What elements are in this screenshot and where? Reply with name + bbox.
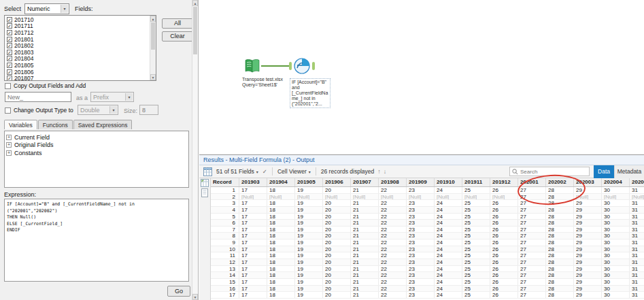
table-row[interactable]: 3171819202122232425262728293031	[211, 200, 644, 207]
table-row[interactable]: 8171819202122232425262728293031	[211, 233, 644, 239]
arrow-down-icon[interactable]: ↓	[384, 168, 387, 175]
name-style-select[interactable]: Prefix ▾	[90, 92, 134, 102]
tool-connection-line[interactable]	[261, 65, 291, 67]
field-list-scrollbar[interactable]: ▲ ▼	[150, 16, 156, 80]
metadata-view-button[interactable]: Metadata	[614, 165, 644, 178]
table-row[interactable]: 5171819202122232425262728293031	[211, 214, 644, 220]
column-header[interactable]: 202003	[574, 178, 602, 186]
tab-saved-expressions[interactable]: Saved Expressions	[73, 120, 133, 129]
checked-checkbox-icon[interactable]: ✓	[7, 30, 12, 35]
output-type-select[interactable]: Double ▾	[78, 105, 118, 115]
all-button[interactable]: All	[162, 18, 193, 29]
multi-field-formula-tool[interactable]	[289, 56, 315, 77]
checked-checkbox-icon[interactable]: ✓	[7, 50, 12, 55]
results-grid-icon[interactable]	[203, 167, 212, 176]
field-item[interactable]: ✓201804	[5, 56, 149, 63]
column-header[interactable]: 201904	[267, 178, 295, 186]
table-row[interactable]: 17171819202122232425262728293031	[211, 292, 644, 299]
scroll-up-icon[interactable]: ▲	[192, 0, 198, 6]
expand-plus-icon[interactable]: +	[6, 135, 12, 140]
field-item[interactable]: ✓201803	[5, 49, 149, 56]
table-row[interactable]: 15171819202122232425262728293031	[211, 279, 644, 286]
field-item[interactable]: ✓201711	[5, 23, 149, 30]
tree-item[interactable]: +Original Fields	[6, 141, 187, 150]
tab-functions[interactable]: Functions	[38, 120, 73, 129]
table-row[interactable]: 10171819202122232425262728293031	[211, 246, 644, 253]
field-type-select[interactable]: Numeric ▾	[24, 3, 69, 14]
column-header[interactable]: 202005	[630, 178, 644, 186]
field-item[interactable]: ✓201710	[5, 16, 149, 23]
field-item[interactable]: ✓201806	[5, 69, 149, 76]
column-header[interactable]: 202002	[546, 178, 574, 186]
column-header[interactable]: 202001	[518, 178, 546, 186]
column-header[interactable]: 201906	[323, 178, 351, 186]
table-row[interactable]: 7171819202122232425262728293031	[211, 227, 644, 233]
table-row[interactable]: 9171819202122232425262728293031	[211, 239, 644, 246]
input-tool-label[interactable]: Transpose test.xlsx Query='Sheet1$'	[242, 77, 283, 88]
copy-output-checkbox-row[interactable]: Copy Output Fields and Add	[5, 82, 86, 89]
field-item[interactable]: ✓201801	[5, 36, 149, 43]
table-row[interactable]: 13171819202122232425262728293031	[211, 266, 644, 273]
field-item[interactable]: ✓201805	[5, 62, 149, 69]
input-data-tool[interactable]	[243, 57, 261, 76]
tree-item[interactable]: +Current Field	[6, 133, 187, 141]
select-all-table-icon[interactable]	[201, 179, 209, 187]
unchecked-checkbox-icon[interactable]	[5, 107, 11, 114]
column-header[interactable]: Record	[211, 178, 239, 186]
config-panel-scrollbar[interactable]: ▲ ▼	[192, 0, 198, 300]
data-view-button[interactable]: Data	[594, 165, 614, 178]
column-header[interactable]: 201912	[490, 178, 518, 186]
table-row[interactable]: 16171819202122232425262728293031	[211, 286, 644, 293]
checked-checkbox-icon[interactable]: ✓	[7, 43, 12, 48]
checked-checkbox-icon[interactable]: ✓	[7, 17, 12, 22]
scroll-down-icon[interactable]: ▼	[150, 74, 156, 80]
column-header[interactable]: 201908	[379, 178, 407, 186]
clear-button[interactable]: Clear	[162, 31, 193, 41]
field-item[interactable]: ✓201712	[5, 29, 149, 36]
scroll-down-icon[interactable]: ▼	[192, 294, 198, 300]
column-header[interactable]: 201905	[295, 178, 323, 186]
new-field-name-input[interactable]	[5, 92, 71, 102]
table-row[interactable]: 6171819202122232425262728293031	[211, 220, 644, 227]
size-input[interactable]	[139, 105, 158, 115]
table-row[interactable]: 1171819202122232425262728293031	[211, 187, 644, 194]
scrollbar-thumb[interactable]	[193, 7, 197, 54]
workflow-canvas[interactable]: Transpose test.xlsx Query='Sheet1$' IF […	[199, 0, 644, 154]
checked-checkbox-icon[interactable]: ✓	[7, 56, 12, 61]
checked-checkbox-icon[interactable]: ✓	[7, 76, 12, 81]
column-header[interactable]: 201911	[462, 178, 490, 186]
table-row[interactable]: 2[Null][Null][Null][Null][Null][Null][Nu…	[211, 194, 644, 201]
column-header[interactable]: 201907	[351, 178, 379, 186]
column-header[interactable]: 202004	[602, 178, 630, 186]
table-row[interactable]: 14171819202122232425262728293031	[211, 272, 644, 279]
tab-variables[interactable]: Variables	[4, 120, 37, 129]
column-header[interactable]: 201909	[407, 178, 435, 186]
expression-editor[interactable]: IF [Account]="B" and [_CurrentFieldName_…	[4, 199, 189, 282]
field-item[interactable]: ✓201802	[5, 42, 149, 49]
arrow-up-icon[interactable]: ↑	[377, 168, 381, 175]
tree-item[interactable]: +Constants	[6, 149, 187, 157]
checked-checkbox-icon[interactable]: ✓	[7, 37, 12, 42]
formula-annotation[interactable]: IF [Account]="B" and [_CurrentFieldNa me…	[290, 78, 331, 108]
scrollbar-thumb[interactable]	[151, 22, 155, 50]
cell-viewer-dropdown[interactable]: Cell Viewer ▾	[277, 168, 311, 175]
unchecked-checkbox-icon[interactable]	[5, 83, 11, 89]
checked-checkbox-icon[interactable]: ✓	[7, 23, 12, 29]
field-item[interactable]: ✓201807	[5, 75, 149, 81]
search-input[interactable]	[520, 169, 587, 175]
checked-checkbox-icon[interactable]: ✓	[7, 69, 12, 75]
table-row[interactable]: 12171819202122232425262728293031	[211, 259, 644, 266]
scroll-up-icon[interactable]: ▲	[150, 16, 156, 22]
expand-plus-icon[interactable]: +	[6, 150, 12, 156]
chevron-down-icon[interactable]: ▾	[61, 5, 68, 13]
column-header[interactable]: 201910	[435, 178, 462, 186]
column-header[interactable]: 201903	[239, 178, 267, 186]
fields-dropdown[interactable]: 51 of 51 Fields ▾	[216, 168, 258, 175]
expand-plus-icon[interactable]: +	[6, 142, 12, 148]
table-row[interactable]: 11171819202122232425262728293031	[211, 252, 644, 259]
checked-checkbox-icon[interactable]: ✓	[7, 63, 12, 68]
go-button[interactable]: Go	[167, 286, 190, 297]
search-box[interactable]	[509, 167, 590, 176]
checkmark-icon[interactable]: ✓	[262, 168, 267, 175]
change-type-checkbox-row[interactable]: Change Output Type to	[5, 107, 73, 114]
